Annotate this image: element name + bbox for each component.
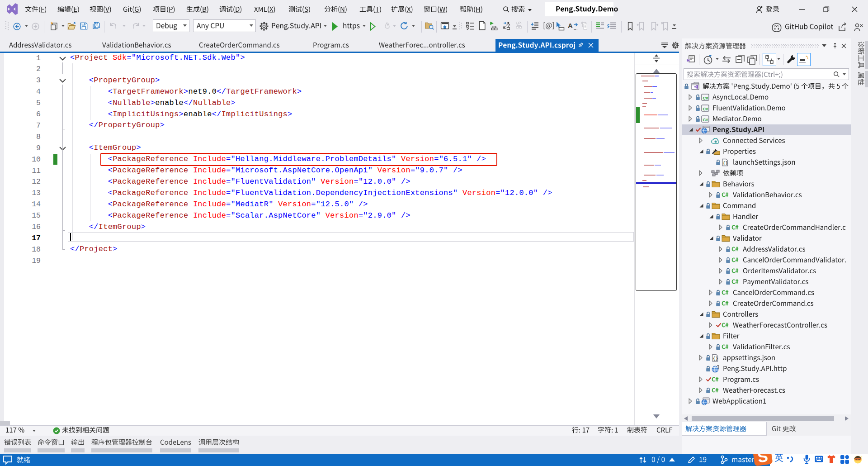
svg-text:C#: C#	[703, 106, 708, 111]
svg-text:C#: C#	[703, 117, 708, 122]
svg-text:{}: {}	[723, 161, 728, 166]
svg-text:{}: {}	[713, 357, 718, 361]
svg-text:C#: C#	[703, 95, 708, 100]
svg-text:A: A	[568, 22, 573, 29]
